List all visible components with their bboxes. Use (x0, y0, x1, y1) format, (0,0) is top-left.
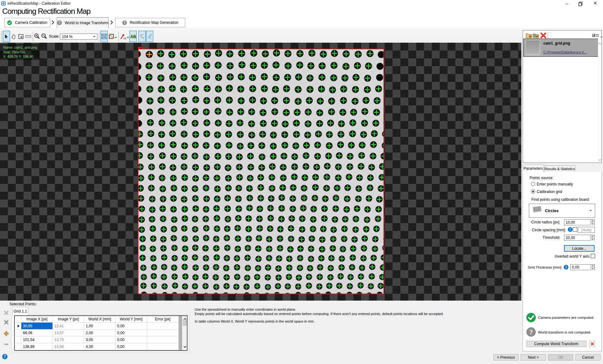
svg-text:?: ? (59, 20, 61, 25)
svg-text:?: ? (569, 228, 571, 232)
svg-text:25: 25 (123, 37, 126, 40)
svg-text:AB: AB (130, 35, 136, 39)
svg-text:?: ? (124, 20, 126, 25)
svg-text:?: ? (529, 328, 533, 336)
svg-text:?: ? (4, 354, 6, 359)
svg-text:?: ? (565, 265, 567, 270)
